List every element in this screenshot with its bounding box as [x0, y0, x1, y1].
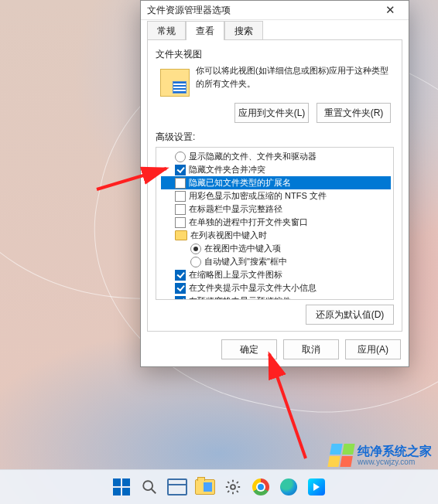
option-hide-known-extensions[interactable]: 隐藏已知文件类型的扩展名 — [161, 176, 391, 189]
cancel-button[interactable]: 取消 — [283, 339, 339, 359]
apply-to-folders-button[interactable]: 应用到文件夹(L) — [234, 103, 309, 123]
taskbar-file-explorer[interactable] — [195, 477, 215, 497]
taskbar-settings[interactable] — [223, 477, 243, 497]
dialog-titlebar: 文件资源管理器选项 ✕ — [141, 1, 409, 20]
file-explorer-icon — [195, 479, 215, 495]
taskbar-chrome[interactable] — [251, 477, 271, 497]
option-preview-handlers[interactable]: 在预览窗格中显示预览控件 — [161, 295, 391, 300]
option-thumb-file-icons[interactable]: 在缩略图上显示文件图标 — [161, 268, 391, 281]
apply-button[interactable]: 应用(A) — [345, 339, 401, 359]
folder-views-desc: 你可以将此视图(如详细信息或图标)应用于这种类型的所有文件夹。 — [196, 64, 394, 97]
start-button[interactable] — [111, 477, 132, 497]
radio-icon — [190, 243, 201, 254]
reset-folders-button[interactable]: 重置文件夹(R) — [317, 103, 391, 123]
close-button[interactable]: ✕ — [378, 1, 402, 19]
folder-views-buttons: 应用到文件夹(L) 重置文件夹(R) — [156, 103, 391, 123]
folder-view-icon — [160, 69, 190, 97]
watermark-url: www.ycwjzy.com — [358, 458, 432, 466]
restore-row: 还原为默认值(D) — [156, 305, 394, 325]
task-view-icon — [167, 478, 187, 495]
checkbox-icon — [175, 178, 186, 189]
checkbox-icon — [175, 296, 186, 301]
checkbox-icon — [175, 283, 186, 294]
svg-line-3 — [152, 489, 156, 494]
watermark: 纯净系统之家 www.ycwjzy.com — [330, 444, 432, 467]
tab-strip: 常规 查看 搜索 — [141, 20, 409, 39]
advanced-tree: 显示隐藏的文件、文件夹和驱动器 隐藏文件夹合并冲突 隐藏已知文件类型的扩展名 用… — [156, 148, 393, 300]
option-show-hidden[interactable]: 显示隐藏的文件、文件夹和驱动器 — [161, 150, 391, 163]
search-icon — [141, 478, 158, 495]
settings-icon — [224, 478, 241, 495]
svg-point-4 — [231, 485, 235, 489]
option-size-in-tips[interactable]: 在文件夹提示中显示文件大小信息 — [161, 281, 391, 295]
option-color-ntfs[interactable]: 用彩色显示加密或压缩的 NTFS 文件 — [161, 189, 391, 203]
task-view-button[interactable] — [167, 477, 187, 497]
tab-view[interactable]: 查看 — [186, 21, 224, 40]
option-full-path-title[interactable]: 在标题栏中显示完整路径 — [161, 203, 391, 216]
option-hide-merge-conflicts[interactable]: 隐藏文件夹合并冲突 — [161, 163, 391, 176]
dialog-title: 文件资源管理器选项 — [147, 4, 378, 17]
tab-general[interactable]: 常规 — [147, 21, 186, 40]
taskbar-video-app[interactable] — [306, 477, 327, 497]
taskbar-edge[interactable] — [279, 477, 299, 497]
folder-views-row: 你可以将此视图(如详细信息或图标)应用于这种类型的所有文件夹。 — [160, 64, 394, 97]
option-select-typed-item[interactable]: 在视图中选中键入项 — [161, 242, 391, 255]
watermark-text: 纯净系统之家 www.ycwjzy.com — [358, 444, 432, 467]
watermark-title: 纯净系统之家 — [358, 444, 432, 458]
radio-icon — [175, 152, 186, 162]
chrome-icon — [252, 478, 269, 495]
checkbox-icon — [175, 191, 186, 202]
advanced-settings-list[interactable]: 显示隐藏的文件、文件夹和驱动器 隐藏文件夹合并冲突 隐藏已知文件类型的扩展名 用… — [156, 147, 394, 300]
folder-views-label: 文件夹视图 — [156, 48, 394, 61]
folder-options-dialog: 文件资源管理器选项 ✕ 常规 查看 搜索 文件夹视图 你可以将此视图(如详细信息… — [140, 0, 409, 367]
option-type-into-search[interactable]: 自动键入到"搜索"框中 — [161, 255, 391, 268]
advanced-settings-label: 高级设置: — [156, 131, 394, 144]
watermark-logo-icon — [327, 444, 354, 467]
folder-icon — [175, 230, 187, 240]
tab-panel-view: 文件夹视图 你可以将此视图(如详细信息或图标)应用于这种类型的所有文件夹。 应用… — [147, 39, 402, 332]
start-icon — [113, 478, 130, 495]
edge-icon — [280, 478, 297, 495]
svg-point-2 — [143, 481, 152, 490]
close-icon: ✕ — [385, 3, 395, 17]
group-type-into-list[interactable]: 在列表视图中键入时 — [161, 229, 391, 242]
taskbar — [0, 469, 438, 504]
option-separate-process[interactable]: 在单独的进程中打开文件夹窗口 — [161, 216, 391, 229]
checkbox-icon — [175, 217, 186, 228]
radio-icon — [190, 257, 201, 267]
search-button[interactable] — [139, 477, 159, 497]
checkbox-icon — [175, 204, 186, 215]
restore-defaults-button[interactable]: 还原为默认值(D) — [306, 305, 394, 325]
dialog-footer: 确定 取消 应用(A) — [141, 336, 409, 367]
checkbox-icon — [175, 165, 186, 175]
ok-button[interactable]: 确定 — [221, 339, 277, 359]
video-app-icon — [308, 478, 325, 495]
tab-search[interactable]: 搜索 — [224, 21, 263, 40]
checkbox-icon — [175, 270, 186, 281]
